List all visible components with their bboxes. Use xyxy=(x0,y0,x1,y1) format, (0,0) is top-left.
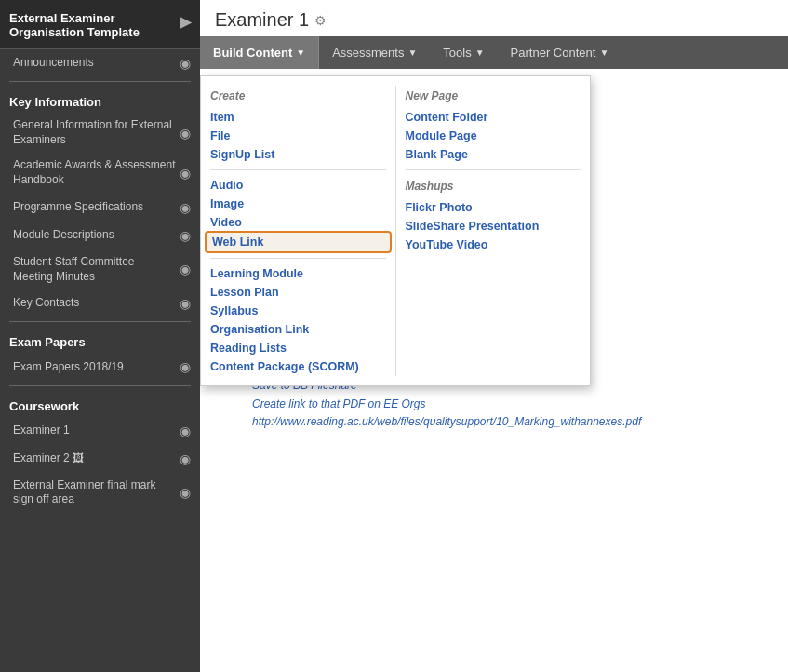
tools-button[interactable]: Tools ▼ xyxy=(430,36,497,69)
sidebar-item-module-descriptions-arrow: ◉ xyxy=(180,227,191,244)
partner-content-button[interactable]: Partner Content ▼ xyxy=(498,36,622,69)
sidebar-section-coursework: Coursework xyxy=(0,390,200,417)
sidebar-item-exam-papers-label: Exam Papers 2018/19 xyxy=(13,360,176,375)
dropdown-inner: Create Item File SignUp List Audio Image… xyxy=(201,86,590,376)
sidebar-divider-2 xyxy=(9,321,191,322)
dropdown-divider-3 xyxy=(406,169,581,170)
dropdown-col-new-page: New Page Content Folder Module Page Blan… xyxy=(396,86,591,376)
item-link-3-container: Create link to that PDF on EE Orgs xyxy=(252,395,641,413)
dropdown-item-signup-list[interactable]: SignUp List xyxy=(210,145,386,164)
sidebar-item-programme-specs[interactable]: Programme Specifications ◉ xyxy=(0,194,200,222)
main-header: Examiner 1 ⚙ xyxy=(200,0,788,36)
dropdown-item-flickr-photo[interactable]: Flickr Photo xyxy=(406,198,581,217)
sidebar-item-examiner-2-label: Examiner 2 🖼 xyxy=(13,451,176,466)
dropdown-item-module-page[interactable]: Module Page xyxy=(406,127,581,145)
sidebar-section-key-information: Key Information xyxy=(0,86,200,113)
sidebar-item-key-contacts-label: Key Contacts xyxy=(13,296,176,311)
build-content-caret-icon: ▼ xyxy=(296,47,305,58)
assessments-label: Assessments xyxy=(332,46,404,60)
sidebar-item-student-staff-label: Student Staff Committee Meeting Minutes xyxy=(13,255,176,284)
sidebar-item-key-contacts[interactable]: Key Contacts ◉ xyxy=(0,289,200,317)
dropdown-divider-1 xyxy=(210,169,386,170)
sidebar-item-academic-awards-arrow: ◉ xyxy=(180,165,191,181)
sidebar-item-examiner-1[interactable]: Examiner 1 ◉ xyxy=(0,417,200,445)
sidebar-divider-1 xyxy=(9,81,191,82)
toolbar: Build Content ▼ Create Item File SignUp … xyxy=(200,36,788,69)
sidebar-section-exam-papers: Exam Papers xyxy=(0,326,200,353)
dropdown-item-youtube-video[interactable]: YouTube Video xyxy=(406,235,581,254)
item-link-4-container: http://www.reading.ac.uk/web/files/quali… xyxy=(252,412,641,431)
build-content-dropdown: Create Item File SignUp List Audio Image… xyxy=(200,75,591,386)
sidebar-item-academic-awards[interactable]: Academic Awards & Assessment Handbook ◉ xyxy=(0,153,200,193)
sidebar-item-module-descriptions-label: Module Descriptions xyxy=(13,228,176,243)
partner-content-caret-icon: ▼ xyxy=(599,47,608,58)
sidebar-item-external-examiner-final-arrow: ◉ xyxy=(180,484,191,501)
dropdown-item-organisation-link[interactable]: Organisation Link xyxy=(210,320,386,339)
dropdown-mashups-label: Mashups xyxy=(406,176,581,198)
sidebar-item-external-examiner-final-label: External Examiner final mark sign off ar… xyxy=(13,478,176,507)
main-title-settings-icon[interactable]: ⚙ xyxy=(314,13,327,28)
dropdown-col-create: Create Item File SignUp List Audio Image… xyxy=(201,86,395,376)
sidebar-item-programme-specs-arrow: ◉ xyxy=(180,199,191,216)
dropdown-item-blank-page[interactable]: Blank Page xyxy=(406,145,581,164)
tools-label: Tools xyxy=(443,46,471,60)
sidebar-item-exam-papers-arrow: ◉ xyxy=(180,358,191,375)
dropdown-new-page-label: New Page xyxy=(406,86,581,108)
sidebar-header: External Examiner Organisation Template … xyxy=(0,0,200,49)
sidebar-item-exam-papers[interactable]: Exam Papers 2018/19 ◉ xyxy=(0,353,200,381)
sidebar-item-key-contacts-arrow: ◉ xyxy=(180,295,191,312)
dropdown-item-lesson-plan[interactable]: Lesson Plan xyxy=(210,283,386,302)
sidebar-item-general-info[interactable]: General Information for External Examine… xyxy=(0,113,200,153)
sidebar-header-icon: ▶ xyxy=(180,13,191,31)
dropdown-item-video[interactable]: Video xyxy=(210,213,386,232)
dropdown-item-audio[interactable]: Audio xyxy=(210,176,386,195)
dropdown-item-content-folder[interactable]: Content Folder xyxy=(406,108,581,127)
sidebar-item-examiner-2-arrow: ◉ xyxy=(180,450,191,467)
sidebar-item-examiner-2[interactable]: Examiner 2 🖼 ◉ xyxy=(0,445,200,473)
sidebar-item-announcements-label: Announcements xyxy=(13,56,176,71)
tools-caret-icon: ▼ xyxy=(475,47,485,58)
sidebar-item-programme-specs-label: Programme Specifications xyxy=(13,200,176,215)
sidebar-divider-4 xyxy=(9,517,191,517)
sidebar-item-module-descriptions[interactable]: Module Descriptions ◉ xyxy=(0,222,200,249)
dropdown-item-image[interactable]: Image xyxy=(210,195,386,213)
sidebar-item-examiner-1-label: Examiner 1 xyxy=(13,423,176,438)
main-title: Examiner 1 xyxy=(215,9,309,31)
sidebar: External Examiner Organisation Template … xyxy=(0,0,200,672)
sidebar-item-general-info-label: General Information for External Examine… xyxy=(13,118,176,147)
dropdown-item-content-package[interactable]: Content Package (SCORM) xyxy=(210,357,386,376)
build-content-button[interactable]: Build Content ▼ Create Item File SignUp … xyxy=(200,36,319,69)
sidebar-item-general-info-arrow: ◉ xyxy=(180,125,191,141)
sidebar-item-examiner-1-arrow: ◉ xyxy=(180,423,191,439)
sidebar-header-title: External Examiner Organisation Template xyxy=(9,11,180,39)
item-link-create-link[interactable]: Create link to that PDF on EE Orgs xyxy=(252,397,426,410)
assessments-caret-icon: ▼ xyxy=(407,47,417,58)
sidebar-item-academic-awards-label: Academic Awards & Assessment Handbook xyxy=(13,158,176,187)
sidebar-divider-3 xyxy=(9,385,191,386)
sidebar-item-student-staff[interactable]: Student Staff Committee Meeting Minutes … xyxy=(0,249,200,289)
sidebar-item-announcements[interactable]: Announcements ◉ xyxy=(0,49,200,77)
dropdown-item-slideshare[interactable]: SlideShare Presentation xyxy=(406,217,581,235)
dropdown-item-reading-lists[interactable]: Reading Lists xyxy=(210,339,386,357)
partner-content-label: Partner Content xyxy=(511,46,596,60)
dropdown-item-syllabus[interactable]: Syllabus xyxy=(210,302,386,320)
dropdown-divider-2 xyxy=(210,258,386,259)
assessments-button[interactable]: Assessments ▼ xyxy=(319,36,430,69)
dropdown-item-item[interactable]: Item xyxy=(210,108,386,127)
build-content-label: Build Content xyxy=(213,46,292,60)
dropdown-create-label: Create xyxy=(210,86,386,108)
item-link-pdf-url[interactable]: http://www.reading.ac.uk/web/files/quali… xyxy=(252,415,641,428)
dropdown-item-file[interactable]: File xyxy=(210,127,386,145)
dropdown-item-web-link[interactable]: Web Link xyxy=(205,231,392,253)
dropdown-item-learning-module[interactable]: Learning Module xyxy=(210,264,386,283)
main: Examiner 1 ⚙ Build Content ▼ Create Item… xyxy=(200,0,788,672)
sidebar-item-student-staff-arrow: ◉ xyxy=(180,261,191,277)
sidebar-item-announcements-arrow: ◉ xyxy=(180,55,191,72)
sidebar-item-external-examiner-final[interactable]: External Examiner final mark sign off ar… xyxy=(0,473,200,513)
